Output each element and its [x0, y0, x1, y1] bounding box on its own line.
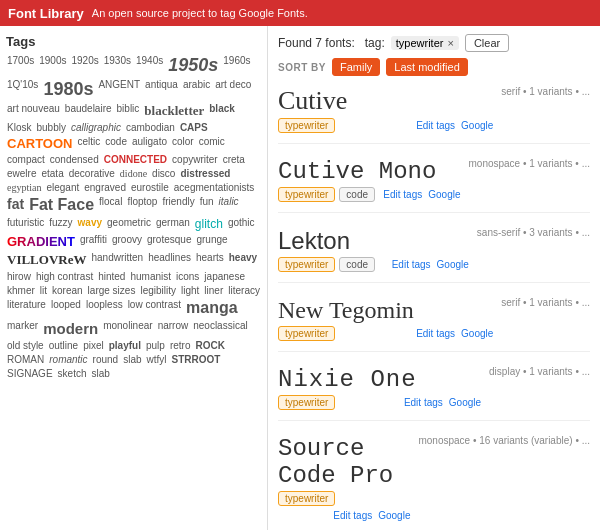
- edit-tags-link[interactable]: Edit tags: [404, 397, 443, 408]
- tag-item[interactable]: neoclassical: [192, 320, 248, 337]
- tag-item[interactable]: pixel: [82, 340, 105, 351]
- tag-item[interactable]: playful: [108, 340, 142, 351]
- google-link[interactable]: Google: [378, 510, 410, 521]
- tag-item[interactable]: outline: [48, 340, 79, 351]
- tag-item[interactable]: fun: [199, 196, 215, 214]
- tag-item[interactable]: heavy: [228, 252, 258, 268]
- tag-item[interactable]: elegant: [45, 182, 80, 193]
- tag-item[interactable]: 1930s: [103, 55, 132, 76]
- clear-button[interactable]: Clear: [465, 34, 509, 52]
- tag-item[interactable]: looped: [50, 299, 82, 317]
- tag-item[interactable]: slab: [122, 354, 142, 365]
- tag-item[interactable]: friendly: [161, 196, 195, 214]
- tag-item[interactable]: literature: [6, 299, 47, 317]
- tag-item[interactable]: ROMAN: [6, 354, 45, 365]
- tag-item[interactable]: groovy: [111, 234, 143, 249]
- tag-item[interactable]: loopless: [85, 299, 124, 317]
- tag-item[interactable]: compact: [6, 154, 46, 165]
- tag-item[interactable]: narrow: [157, 320, 190, 337]
- tag-item[interactable]: 1900s: [38, 55, 67, 76]
- tag-item[interactable]: celtic: [76, 136, 101, 151]
- tag-item[interactable]: blackletter: [143, 103, 205, 119]
- tag-item[interactable]: retro: [169, 340, 192, 351]
- tag-item[interactable]: antiqua: [144, 79, 179, 100]
- tag-item[interactable]: khmer: [6, 285, 36, 296]
- tag-item[interactable]: romantic: [48, 354, 88, 365]
- remove-tag-button[interactable]: ×: [447, 37, 453, 49]
- tag-item[interactable]: biblic: [116, 103, 141, 119]
- tag-item[interactable]: 1Q'10s: [6, 79, 39, 100]
- tag-item[interactable]: VILLOVReW: [6, 252, 87, 268]
- tag-item[interactable]: etata: [40, 168, 64, 179]
- tag-item[interactable]: engraved: [83, 182, 127, 193]
- tag-item[interactable]: floptop: [126, 196, 158, 214]
- edit-tags-link[interactable]: Edit tags: [383, 189, 422, 200]
- tag-item[interactable]: old style: [6, 340, 45, 351]
- tag-item[interactable]: creta: [222, 154, 246, 165]
- tag-item[interactable]: flocal: [98, 196, 123, 214]
- tag-item[interactable]: fat: [6, 196, 25, 214]
- tag-item[interactable]: 1960s: [222, 55, 251, 76]
- tag-item[interactable]: legibility: [139, 285, 177, 296]
- tag-item[interactable]: large sizes: [87, 285, 137, 296]
- font-tag[interactable]: typewriter: [278, 118, 335, 133]
- tag-item[interactable]: humanist: [129, 271, 172, 282]
- tag-item[interactable]: manga: [185, 299, 239, 317]
- tag-item[interactable]: literacy: [227, 285, 261, 296]
- font-tag[interactable]: typewriter: [278, 326, 335, 341]
- tag-item[interactable]: SIGNAGE: [6, 368, 54, 379]
- tag-item[interactable]: 1980s: [42, 79, 94, 100]
- edit-tags-link[interactable]: Edit tags: [416, 120, 455, 131]
- tag-item[interactable]: gothic: [227, 217, 256, 231]
- tag-item[interactable]: distressed: [179, 168, 231, 179]
- tag-item[interactable]: auligato: [131, 136, 168, 151]
- font-tag[interactable]: code: [339, 187, 375, 202]
- tag-item[interactable]: Fat Face: [28, 196, 95, 214]
- tag-item[interactable]: german: [155, 217, 191, 231]
- tag-item[interactable]: ROCK: [194, 340, 225, 351]
- tag-item[interactable]: CARTOON: [6, 136, 73, 151]
- tag-item[interactable]: futuristic: [6, 217, 45, 231]
- tag-item[interactable]: modern: [42, 320, 99, 337]
- font-tag[interactable]: code: [339, 257, 375, 272]
- tag-item[interactable]: CONNECTED: [103, 154, 168, 165]
- google-link[interactable]: Google: [461, 120, 493, 131]
- tag-item[interactable]: egyptian: [6, 182, 42, 193]
- tag-item[interactable]: 1950s: [167, 55, 219, 76]
- tag-item[interactable]: high contrast: [35, 271, 94, 282]
- google-link[interactable]: Google: [428, 189, 460, 200]
- tag-item[interactable]: didone: [119, 168, 148, 179]
- tag-item[interactable]: ANGENT: [97, 79, 141, 100]
- tag-item[interactable]: round: [92, 354, 120, 365]
- tag-item[interactable]: lit: [39, 285, 48, 296]
- font-tag[interactable]: typewriter: [278, 395, 335, 410]
- tag-item[interactable]: monolinear: [102, 320, 153, 337]
- tag-item[interactable]: baudelaire: [64, 103, 113, 119]
- tag-item[interactable]: light: [180, 285, 200, 296]
- edit-tags-link[interactable]: Edit tags: [416, 328, 455, 339]
- tag-item[interactable]: 1700s: [6, 55, 35, 76]
- tag-item[interactable]: cambodian: [125, 122, 176, 133]
- tag-item[interactable]: GRADIENT: [6, 234, 76, 249]
- google-link[interactable]: Google: [461, 328, 493, 339]
- tag-item[interactable]: pulp: [145, 340, 166, 351]
- google-link[interactable]: Google: [449, 397, 481, 408]
- sort-family-button[interactable]: Family: [332, 58, 380, 76]
- tag-item[interactable]: Klosk: [6, 122, 32, 133]
- font-tag[interactable]: typewriter: [278, 491, 335, 506]
- tag-item[interactable]: decorative: [68, 168, 116, 179]
- tag-item[interactable]: black: [208, 103, 236, 119]
- tag-item[interactable]: hirow: [6, 271, 32, 282]
- tag-item[interactable]: eurostile: [130, 182, 170, 193]
- tag-item[interactable]: bubbly: [35, 122, 66, 133]
- tag-item[interactable]: arabic: [182, 79, 211, 100]
- edit-tags-link[interactable]: Edit tags: [333, 510, 372, 521]
- tag-item[interactable]: marker: [6, 320, 39, 337]
- font-tag[interactable]: typewriter: [278, 187, 335, 202]
- tag-item[interactable]: handwritten: [90, 252, 144, 268]
- tag-item[interactable]: art nouveau: [6, 103, 61, 119]
- tag-item[interactable]: glitch: [194, 217, 224, 231]
- tag-item[interactable]: CAPS: [179, 122, 209, 133]
- tag-item[interactable]: wtfyl: [146, 354, 168, 365]
- tag-item[interactable]: wavy: [77, 217, 103, 231]
